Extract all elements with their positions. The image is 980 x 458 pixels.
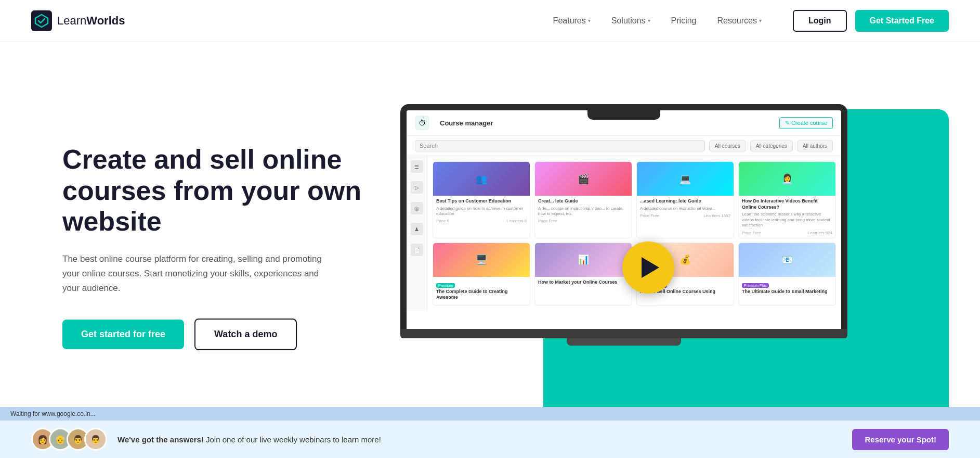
cm-sidebar-icon-1[interactable]: ☰ (411, 160, 423, 173)
course-title-4: How Do Interactive Videos Benefit Online… (742, 198, 832, 210)
course-meta-3: Price FreeLearners 1887 (640, 213, 730, 218)
chevron-down-icon: ▾ (648, 18, 650, 23)
webinar-avatars: 👩 👴 👨 👨 (31, 428, 107, 451)
cm-sidebar-icons: ☰ ▷ ◎ ♟ 📄 (407, 156, 427, 311)
svg-rect-0 (31, 10, 52, 31)
course-thumbnail-4: 👩‍💼 (739, 162, 835, 196)
course-desc-1: A detailed guide on how to achieve in cu… (436, 206, 527, 217)
webinar-avatar-4: 👨 (84, 428, 107, 451)
course-card-6[interactable]: 📊 How to Market your Online Courses (534, 243, 632, 306)
play-button[interactable] (622, 241, 674, 294)
course-desc-3: A detailed course on instructional video… (640, 206, 730, 211)
course-thumbnail-6: 📊 (535, 243, 632, 277)
cm-sidebar-icon-4[interactable]: ♟ (411, 223, 423, 235)
course-thumbnail-8: 📧 (739, 243, 835, 277)
get-started-nav-button[interactable]: Get Started Free (855, 10, 949, 32)
watch-demo-button[interactable]: Watch a demo (194, 319, 297, 350)
course-card-1[interactable]: 👥 Best Tips on Customer Education A deta… (433, 161, 530, 238)
status-bar: Waiting for www.google.co.in... (0, 407, 980, 421)
logo-icon (31, 10, 52, 31)
cm-search-input[interactable] (415, 140, 705, 151)
chevron-down-icon: ▾ (588, 18, 591, 23)
nav-links: Features ▾ Solutions ▾ Pricing Resources… (553, 16, 762, 26)
course-card-8[interactable]: 📧 Premium Plus The Ultimate Guide to Ema… (738, 243, 836, 306)
course-meta-2: Price Free (538, 219, 629, 223)
logo-link[interactable]: LearnWorlds (31, 10, 125, 31)
course-manager-ui: ⏱ Course manager ✎ Create course All cou… (407, 110, 841, 329)
nav-item-resources[interactable]: Resources ▾ (717, 16, 761, 26)
navbar: LearnWorlds Features ▾ Solutions ▾ Prici… (0, 0, 980, 42)
hero-buttons: Get started for free Watch a demo (62, 319, 364, 350)
course-card-4[interactable]: 👩‍💼 How Do Interactive Videos Benefit On… (738, 161, 836, 238)
course-title-6: How to Market your Online Courses (538, 279, 629, 286)
laptop-base (400, 329, 847, 338)
laptop-notch (587, 110, 660, 120)
course-thumbnail-5: 🖥️ (433, 243, 530, 277)
logo-text: LearnWorlds (57, 14, 125, 28)
course-title-5: The Complete Guide to Creating Awesome (436, 289, 527, 301)
hero-section: Create and sell online courses from your… (0, 42, 980, 448)
course-meta-4: Price FreeLearners 924 (742, 231, 832, 235)
get-started-free-button[interactable]: Get started for free (62, 320, 184, 349)
laptop-screen: ⏱ Course manager ✎ Create course All cou… (400, 104, 847, 329)
hero-title: Create and sell online courses from your… (62, 144, 364, 237)
course-title-3: ...ased Learning: lete Guide (640, 198, 730, 205)
webinar-bar: 👩 👴 👨 👨 We've got the answers! Join one … (0, 421, 980, 458)
laptop-stand (567, 338, 681, 346)
cm-filter-all-categories[interactable]: All categories (750, 141, 793, 151)
course-title-2: Creat... lete Guide (538, 198, 629, 205)
status-text: Waiting for www.google.co.in... (10, 410, 96, 417)
laptop-mockup: ⏱ Course manager ✎ Create course All cou… (400, 104, 847, 346)
nav-item-solutions[interactable]: Solutions ▾ (611, 16, 650, 26)
course-thumbnail-3: 💻 (637, 162, 734, 196)
play-button-overlay[interactable] (622, 241, 674, 294)
cm-filters: All courses All categories All authors (407, 136, 841, 156)
premium-plus-badge-2: Premium Plus (742, 283, 769, 288)
hero-subtitle: The best online course platform for crea… (62, 252, 322, 296)
cm-filter-all-courses[interactable]: All courses (709, 141, 746, 151)
nav-item-features[interactable]: Features ▾ (553, 16, 591, 26)
play-triangle-icon (642, 257, 659, 278)
create-icon: ✎ (785, 120, 790, 126)
login-button[interactable]: Login (793, 10, 847, 32)
premium-badge: Premium (436, 283, 455, 288)
cm-sidebar-icon-2[interactable]: ▷ (411, 181, 423, 194)
cm-sidebar-icon-5[interactable]: 📄 (411, 244, 423, 256)
course-card-3[interactable]: 💻 ...ased Learning: lete Guide A detaile… (636, 161, 734, 238)
hero-visual: ⏱ Course manager ✎ Create course All cou… (385, 78, 949, 442)
cm-title: Course manager (440, 119, 493, 127)
hero-content: Create and sell online courses from your… (62, 144, 364, 377)
course-card-5[interactable]: 🖥️ Premium The Complete Guide to Creatin… (433, 243, 530, 306)
cm-filter-all-authors[interactable]: All authors (797, 141, 833, 151)
reserve-spot-button[interactable]: Reserve your Spot! (852, 429, 949, 450)
cm-icon: ⏱ (415, 116, 429, 130)
nav-item-pricing[interactable]: Pricing (671, 16, 697, 26)
chevron-down-icon: ▾ (759, 18, 762, 23)
webinar-text: We've got the answers! Join one of our l… (117, 435, 381, 444)
course-desc-2: A de... course on instrctional video... … (538, 206, 629, 217)
course-card-2[interactable]: 🎬 Creat... lete Guide A de... course on … (534, 161, 632, 238)
course-thumbnail-1: 👥 (433, 162, 530, 196)
cm-create-button[interactable]: ✎ Create course (779, 117, 833, 129)
course-meta-1: Price €Learners 0 (436, 219, 527, 223)
course-desc-4: Learn the scientific reasons why interac… (742, 212, 832, 228)
cm-sidebar-icon-3[interactable]: ◎ (411, 202, 423, 214)
course-title-8: The Ultimate Guide to Email Marketing (742, 289, 832, 295)
course-thumbnail-2: 🎬 (535, 162, 632, 196)
nav-actions: Login Get Started Free (793, 10, 949, 32)
course-title-1: Best Tips on Customer Education (436, 198, 527, 205)
